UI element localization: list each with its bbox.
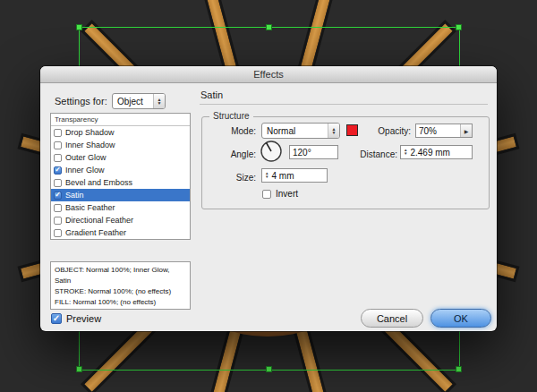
invert-control: ✓ Invert bbox=[262, 189, 298, 199]
preview-label: Preview bbox=[66, 313, 101, 324]
angle-dial-icon[interactable] bbox=[260, 140, 283, 163]
list-item-label: Outer Glow bbox=[65, 153, 107, 162]
settings-for-value: Object bbox=[117, 97, 143, 107]
heading-divider bbox=[200, 104, 488, 105]
checkbox-basic-feather[interactable]: ✓ bbox=[54, 204, 62, 212]
list-item-gradient-feather[interactable]: ✓ Gradient Feather bbox=[51, 226, 190, 239]
list-item-label: Gradient Feather bbox=[65, 228, 126, 237]
selection-handle-bottom-center[interactable] bbox=[266, 366, 272, 372]
list-item-label: Bevel and Emboss bbox=[65, 178, 132, 187]
selection-handle-bottom-left[interactable] bbox=[76, 366, 82, 372]
distance-label: Distance: bbox=[345, 149, 397, 159]
stepper-arrows-icon[interactable]: ▲▼ bbox=[265, 172, 268, 179]
list-item-drop-shadow[interactable]: ✓ Drop Shadow bbox=[51, 126, 190, 139]
list-item-inner-glow[interactable]: ✓ Inner Glow bbox=[51, 164, 190, 176]
effects-list-header: Transparency bbox=[51, 114, 190, 126]
list-item-label: Inner Glow bbox=[65, 166, 105, 175]
checkmark-icon: ✓ bbox=[55, 166, 61, 174]
invert-checkbox[interactable]: ✓ bbox=[262, 190, 271, 199]
effects-dialog: Effects Settings for: Object ▲▼ Satin Tr… bbox=[40, 66, 497, 331]
list-item-label: Satin bbox=[65, 191, 84, 200]
checkmark-icon: ✓ bbox=[55, 192, 61, 199]
list-item-directional-feather[interactable]: ✓ Directional Feather bbox=[51, 214, 190, 226]
opacity-field[interactable]: 70% ▶ bbox=[415, 124, 473, 138]
checkmark-icon: ✓ bbox=[53, 314, 60, 323]
structure-group-label: Structure bbox=[209, 111, 253, 121]
settings-for-dropdown[interactable]: Object ▲▼ bbox=[112, 93, 166, 109]
preview-control: ✓ Preview bbox=[51, 313, 101, 324]
list-item-label: Inner Shadow bbox=[65, 141, 115, 149]
checkbox-bevel-and-emboss[interactable]: ✓ bbox=[54, 179, 62, 187]
list-item-label: Directional Feather bbox=[65, 216, 133, 225]
summary-line-fill: FILL: Normal 100%; (no effects) bbox=[55, 297, 186, 308]
checkbox-inner-shadow[interactable]: ✓ bbox=[54, 141, 62, 149]
checkbox-inner-glow[interactable]: ✓ bbox=[54, 166, 62, 175]
list-item-inner-shadow[interactable]: ✓ Inner Shadow bbox=[51, 139, 190, 151]
mode-dropdown[interactable]: Normal ▲▼ bbox=[261, 123, 340, 139]
effects-list: Transparency ✓ Drop Shadow ✓ Inner Shado… bbox=[50, 113, 191, 240]
selection-handle-top-left[interactable] bbox=[76, 24, 82, 30]
list-item-basic-feather[interactable]: ✓ Basic Feather bbox=[51, 201, 190, 214]
distance-value: 2.469 mm bbox=[410, 148, 449, 158]
opacity-value: 70% bbox=[419, 126, 437, 136]
list-item-label: Basic Feather bbox=[65, 203, 115, 212]
size-label: Size: bbox=[202, 173, 256, 183]
settings-for-label: Settings for: bbox=[55, 96, 107, 107]
dialog-title: Effects bbox=[253, 69, 283, 80]
opacity-label: Opacity: bbox=[362, 126, 411, 136]
checkbox-satin[interactable]: ✓ bbox=[54, 192, 62, 200]
checkbox-outer-glow[interactable]: ✓ bbox=[54, 154, 62, 162]
size-value: 4 mm bbox=[271, 171, 294, 181]
list-item-satin[interactable]: ✓ Satin bbox=[51, 189, 190, 201]
mode-label: Mode: bbox=[202, 126, 256, 136]
selection-handle-top-right[interactable] bbox=[456, 24, 462, 30]
list-item-outer-glow[interactable]: ✓ Outer Glow bbox=[51, 151, 190, 164]
mode-value: Normal bbox=[267, 126, 295, 136]
selection-handle-top-center[interactable] bbox=[266, 24, 272, 30]
checkbox-directional-feather[interactable]: ✓ bbox=[54, 217, 62, 225]
cancel-button[interactable]: Cancel bbox=[361, 309, 423, 328]
angle-value: 120° bbox=[293, 148, 311, 158]
opacity-slider-arrow-icon[interactable]: ▶ bbox=[460, 124, 472, 137]
summary-line-object: OBJECT: Normal 100%; Inner Glow, Satin bbox=[55, 265, 186, 286]
distance-field[interactable]: ▲▼ 2.469 mm bbox=[400, 145, 473, 159]
stepper-arrows-icon[interactable]: ▲▼ bbox=[404, 149, 407, 156]
satin-color-swatch[interactable] bbox=[346, 124, 358, 136]
angle-field[interactable]: 120° bbox=[289, 145, 338, 159]
structure-group: Structure Mode: Normal ▲▼ Opacity: 70% ▶… bbox=[201, 116, 490, 209]
invert-label: Invert bbox=[276, 189, 298, 199]
list-item-label: Drop Shadow bbox=[65, 128, 115, 137]
effects-summary-box: OBJECT: Normal 100%; Inner Glow, Satin S… bbox=[50, 261, 191, 310]
ok-button[interactable]: OK bbox=[430, 309, 491, 328]
popup-arrows-icon: ▲▼ bbox=[153, 94, 165, 108]
checkbox-drop-shadow[interactable]: ✓ bbox=[54, 129, 62, 137]
size-field[interactable]: ▲▼ 4 mm bbox=[261, 168, 328, 183]
summary-line-stroke: STROKE: Normal 100%; (no effects) bbox=[55, 286, 186, 297]
checkbox-gradient-feather[interactable]: ✓ bbox=[54, 229, 62, 237]
dialog-title-bar[interactable]: Effects bbox=[40, 66, 497, 83]
popup-arrows-icon: ▲▼ bbox=[328, 124, 339, 138]
preview-checkbox[interactable]: ✓ bbox=[51, 313, 62, 324]
selection-handle-bottom-right[interactable] bbox=[456, 366, 462, 372]
list-item-bevel-and-emboss[interactable]: ✓ Bevel and Emboss bbox=[51, 176, 190, 189]
angle-label: Angle: bbox=[202, 149, 256, 159]
effect-heading: Satin bbox=[200, 89, 223, 100]
